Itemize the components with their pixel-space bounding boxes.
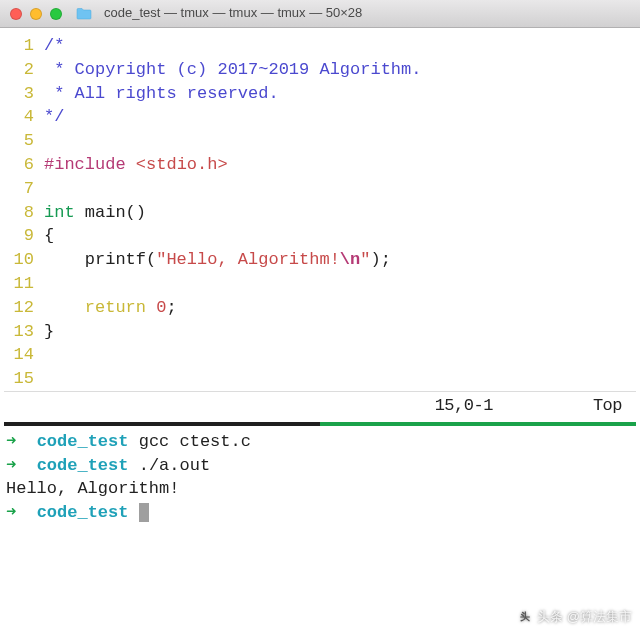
window-titlebar: code_test — tmux — tmux — tmux — 50×28 xyxy=(0,0,640,28)
line-number: 6 xyxy=(0,153,44,177)
line-number: 2 xyxy=(0,58,44,82)
prompt-cwd: code_test xyxy=(37,503,129,522)
code-line: 2 * Copyright (c) 2017~2019 Algorithm. xyxy=(0,58,640,82)
line-number: 13 xyxy=(0,320,44,344)
code-content: { xyxy=(44,224,640,248)
code-line: 6#include <stdio.h> xyxy=(0,153,640,177)
terminal-output: Hello, Algorithm! xyxy=(6,477,634,501)
folder-icon xyxy=(76,7,92,20)
code-content: * All rights reserved. xyxy=(44,82,640,106)
terminal-line: ➜ code_test gcc ctest.c xyxy=(6,430,634,454)
watermark-prefix: 头条 xyxy=(537,608,563,626)
prompt-arrow-icon: ➜ xyxy=(6,456,16,475)
terminal-cursor xyxy=(139,503,149,522)
code-content xyxy=(44,367,640,391)
close-icon[interactable] xyxy=(10,8,22,20)
code-line: 3 * All rights reserved. xyxy=(0,82,640,106)
vim-statusbar: 15,0-1 Top xyxy=(0,392,640,422)
command-text: ./a.out xyxy=(139,456,210,475)
line-number: 1 xyxy=(0,34,44,58)
prompt-cwd: code_test xyxy=(37,456,129,475)
code-line: 10 printf("Hello, Algorithm!\n"); xyxy=(0,248,640,272)
prompt-arrow-icon: ➜ xyxy=(6,432,16,451)
line-number: 9 xyxy=(0,224,44,248)
code-content xyxy=(44,129,640,153)
cursor-position: 15,0-1 xyxy=(435,394,493,418)
code-content: */ xyxy=(44,105,640,129)
traffic-lights xyxy=(10,8,62,20)
window-title: code_test — tmux — tmux — tmux — 50×28 xyxy=(104,4,362,22)
line-number: 15 xyxy=(0,367,44,391)
code-line: 15 xyxy=(0,367,640,391)
watermark-handle: @算法集市 xyxy=(567,608,632,626)
code-editor[interactable]: 1/*2 * Copyright (c) 2017~2019 Algorithm… xyxy=(0,28,640,391)
minimize-icon[interactable] xyxy=(30,8,42,20)
terminal-pane[interactable]: ➜ code_test gcc ctest.c ➜ code_test ./a.… xyxy=(0,426,640,525)
line-number: 5 xyxy=(0,129,44,153)
code-content: /* xyxy=(44,34,640,58)
line-number: 12 xyxy=(0,296,44,320)
code-content: return 0; xyxy=(44,296,640,320)
code-content xyxy=(44,272,640,296)
prompt-arrow-icon: ➜ xyxy=(6,503,16,522)
tmux-divider xyxy=(4,422,636,426)
watermark: 头 头条 @算法集市 xyxy=(517,608,632,626)
code-line: 9{ xyxy=(0,224,640,248)
line-number: 14 xyxy=(0,343,44,367)
line-number: 8 xyxy=(0,201,44,225)
line-number: 10 xyxy=(0,248,44,272)
terminal-line: ➜ code_test ./a.out xyxy=(6,454,634,478)
line-number: 3 xyxy=(0,82,44,106)
code-line: 13} xyxy=(0,320,640,344)
code-line: 14 xyxy=(0,343,640,367)
watermark-badge-icon: 头 xyxy=(517,609,533,625)
line-number: 4 xyxy=(0,105,44,129)
code-line: 1/* xyxy=(0,34,640,58)
code-line: 12 return 0; xyxy=(0,296,640,320)
code-content: #include <stdio.h> xyxy=(44,153,640,177)
code-content xyxy=(44,343,640,367)
code-line: 4*/ xyxy=(0,105,640,129)
code-line: 5 xyxy=(0,129,640,153)
code-line: 11 xyxy=(0,272,640,296)
command-text: gcc ctest.c xyxy=(139,432,251,451)
prompt-cwd: code_test xyxy=(37,432,129,451)
code-content xyxy=(44,177,640,201)
code-content: * Copyright (c) 2017~2019 Algorithm. xyxy=(44,58,640,82)
line-number: 11 xyxy=(0,272,44,296)
code-line: 7 xyxy=(0,177,640,201)
code-content: int main() xyxy=(44,201,640,225)
terminal-line: ➜ code_test xyxy=(6,501,634,525)
scroll-indicator: Top xyxy=(593,394,622,418)
code-content: printf("Hello, Algorithm!\n"); xyxy=(44,248,640,272)
line-number: 7 xyxy=(0,177,44,201)
zoom-icon[interactable] xyxy=(50,8,62,20)
code-line: 8int main() xyxy=(0,201,640,225)
code-content: } xyxy=(44,320,640,344)
